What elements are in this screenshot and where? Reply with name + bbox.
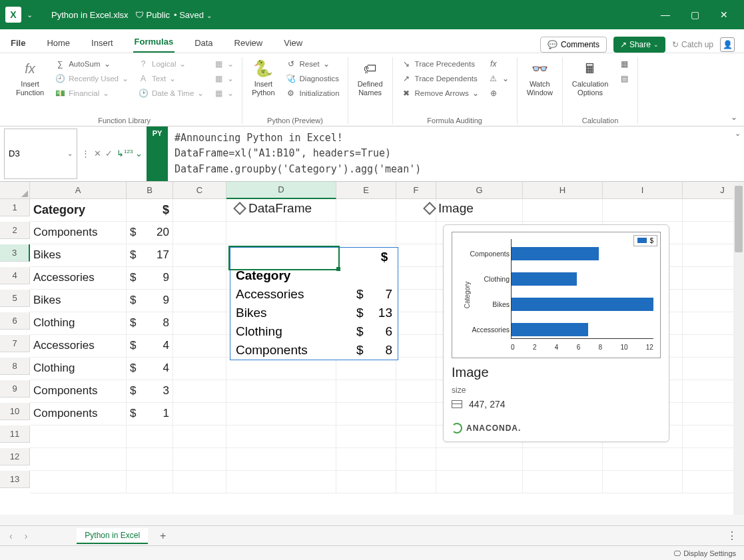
cell[interactable]	[396, 335, 436, 358]
expand-formula-bar[interactable]: ⌄	[731, 127, 744, 181]
cell[interactable]	[173, 335, 226, 358]
image-card[interactable]: Category $ 024681012 ComponentsClothingB…	[443, 224, 669, 442]
column-header[interactable]: A	[30, 182, 127, 199]
sensitivity-label[interactable]: 🛡 Public	[135, 10, 170, 20]
output-mode-icon[interactable]: ↳123 ⌄	[117, 148, 143, 158]
cell[interactable]	[336, 358, 396, 380]
row-header[interactable]: 7	[0, 335, 30, 352]
comments-button[interactable]: 💬 Comments	[540, 37, 607, 53]
more1-button[interactable]: ▦ ⌄	[210, 57, 236, 71]
dataframe-output[interactable]: $CategoryAccessories$7Bikes$13Clothing$6…	[230, 247, 398, 360]
column-header[interactable]: F	[396, 182, 436, 199]
cell[interactable]: $9	[127, 290, 173, 312]
cell[interactable]	[396, 448, 436, 471]
cell[interactable]	[173, 244, 226, 267]
cell[interactable]	[30, 448, 127, 471]
cell[interactable]: Components	[30, 403, 127, 425]
row-header[interactable]: 1	[0, 199, 30, 216]
initialization-button[interactable]: ⚙Initialization	[283, 87, 342, 100]
cell[interactable]: Clothing	[30, 358, 127, 380]
column-header[interactable]: H	[523, 182, 603, 199]
cell[interactable]: $4	[127, 358, 173, 380]
cell[interactable]	[226, 425, 336, 448]
cell[interactable]	[173, 290, 226, 312]
cell[interactable]	[396, 358, 436, 380]
cell[interactable]: Category	[30, 199, 127, 222]
row-header[interactable]: 9	[0, 380, 30, 398]
cell[interactable]	[226, 358, 336, 380]
cell[interactable]	[436, 471, 523, 493]
cell[interactable]	[396, 403, 436, 425]
fx-more-icon[interactable]: ⋮	[81, 148, 90, 158]
cell[interactable]: Components	[30, 222, 127, 244]
cell[interactable]	[226, 471, 336, 493]
display-settings-icon[interactable]: 🖵	[673, 549, 681, 557]
cell[interactable]: $3	[127, 380, 173, 403]
trace-precedents-button[interactable]: ↘Trace Precedents	[398, 57, 482, 71]
cell[interactable]	[396, 471, 436, 493]
tab-file[interactable]: File	[9, 33, 27, 53]
row-header[interactable]: 5	[0, 290, 30, 307]
cell[interactable]	[436, 448, 523, 471]
row-header[interactable]: 6	[0, 312, 30, 330]
cell[interactable]	[523, 199, 603, 222]
cell[interactable]	[523, 448, 603, 471]
sheet-prev-button[interactable]: ‹	[7, 531, 15, 541]
cell[interactable]	[30, 471, 127, 493]
cell[interactable]: Bikes	[30, 244, 127, 267]
cell[interactable]	[173, 403, 226, 425]
spreadsheet-grid[interactable]: ABCDEFGHIJ1Category$2Components$203Bikes…	[0, 182, 744, 515]
cell[interactable]	[226, 380, 336, 403]
cell[interactable]	[226, 403, 336, 425]
close-button[interactable]: ✕	[709, 0, 739, 29]
tab-home[interactable]: Home	[45, 33, 71, 53]
cell[interactable]	[127, 425, 173, 448]
calc-options-button[interactable]: 🖩 Calculation Options	[568, 57, 612, 99]
sheet-next-button[interactable]: ›	[22, 531, 31, 541]
catchup-button[interactable]: ↻ Catch up	[672, 40, 713, 49]
row-header[interactable]: 13	[0, 471, 30, 488]
trace-dependents-button[interactable]: ↗Trace Dependents	[398, 72, 482, 85]
cell[interactable]: Bikes	[30, 290, 127, 312]
cell[interactable]	[396, 267, 436, 290]
formula-text[interactable]: #Announcing Python in Excel! DataFrame=x…	[168, 127, 731, 181]
cell[interactable]	[396, 222, 436, 244]
row-header[interactable]: 12	[0, 448, 30, 465]
cell[interactable]: $8	[127, 312, 173, 335]
column-header[interactable]: C	[173, 182, 226, 199]
cell[interactable]: $	[127, 199, 173, 222]
text-button[interactable]: AText ⌄	[135, 72, 206, 85]
qat-chevron-icon[interactable]: ⌄	[27, 11, 33, 19]
cell[interactable]	[336, 380, 396, 403]
defined-names-button[interactable]: 🏷 Defined Names	[354, 57, 387, 99]
accept-icon[interactable]: ✓	[105, 148, 113, 158]
tab-review[interactable]: Review	[233, 33, 264, 53]
calc-now-button[interactable]: ▦	[616, 57, 632, 71]
cell[interactable]	[396, 425, 436, 448]
cell[interactable]	[603, 448, 683, 471]
column-header[interactable]: B	[127, 182, 173, 199]
cell[interactable]	[173, 380, 226, 403]
tab-insert[interactable]: Insert	[90, 33, 115, 53]
insert-python-button[interactable]: 🐍 Insert Python	[248, 57, 278, 99]
add-sheet-button[interactable]: +	[155, 530, 171, 542]
row-header[interactable]: 3	[0, 244, 30, 262]
insert-function-button[interactable]: fx Insert Function	[12, 57, 48, 99]
datetime-button[interactable]: 🕑Date & Time ⌄	[135, 87, 206, 100]
cell[interactable]	[173, 199, 226, 222]
column-header[interactable]: D	[226, 182, 336, 199]
maximize-button[interactable]: ▢	[680, 0, 709, 29]
cell[interactable]	[336, 403, 396, 425]
save-status[interactable]: • Saved ⌄	[174, 10, 212, 20]
minimize-button[interactable]: —	[651, 0, 680, 29]
cancel-icon[interactable]: ✕	[94, 148, 101, 158]
column-header[interactable]: E	[336, 182, 396, 199]
cell[interactable]: Accessories	[30, 267, 127, 290]
cell[interactable]	[523, 471, 603, 493]
column-header[interactable]: G	[436, 182, 523, 199]
cell[interactable]	[396, 312, 436, 335]
display-settings-label[interactable]: Display Settings	[683, 549, 736, 557]
cell[interactable]	[396, 244, 436, 267]
cell[interactable]	[226, 222, 336, 244]
cell[interactable]	[127, 448, 173, 471]
